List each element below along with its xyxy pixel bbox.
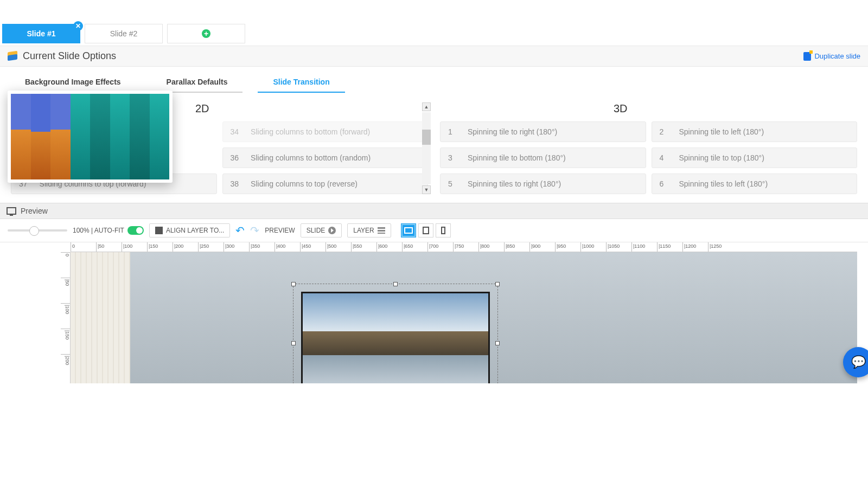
undo-icon[interactable]: ↶ [235, 224, 245, 237]
align-layer-button[interactable]: ALIGN LAYER TO... [149, 223, 230, 237]
tab-bg-effects[interactable]: Background Image Effects [10, 72, 136, 93]
editor-canvas[interactable]: 0|50|100|150|200|250|300|350|400|450|500… [0, 242, 868, 383]
transition-item[interactable]: 2 Spinning tile to left (180°) [652, 121, 858, 142]
transition-label: Sliding columns to top (reverse) [251, 179, 358, 188]
resize-handle-e[interactable] [495, 341, 500, 345]
transition-label: Spinning tile to left (180°) [679, 127, 764, 136]
scrollbar-vertical[interactable]: ▲ ▼ [422, 102, 431, 194]
scroll-thumb[interactable] [422, 130, 431, 145]
ruler-tick: 0 [71, 242, 96, 252]
zoom-label: 100% | AUTO-FIT [73, 226, 144, 235]
tab-parallax[interactable]: Parallax Defaults [151, 72, 243, 93]
chat-icon: 💬 [851, 355, 866, 369]
resize-handle-w[interactable] [291, 341, 296, 345]
transition-num: 1 [448, 127, 456, 136]
slide-tab-label: Slide #2 [110, 29, 138, 38]
resize-handle-nw[interactable] [291, 282, 296, 286]
ruler-tick: |200 [61, 354, 70, 380]
ruler-tick: 0 [61, 252, 70, 278]
transition-item[interactable]: 4 Spinning tile to top (180°) [652, 147, 858, 168]
preview-text: PREVIEW [265, 227, 295, 234]
close-icon[interactable]: ✕ [73, 21, 83, 31]
slide-label: SLIDE [307, 227, 326, 234]
scroll-up-icon[interactable]: ▲ [422, 102, 431, 111]
ruler-tick: |600 [376, 242, 402, 252]
resize-handle-ne[interactable] [495, 282, 500, 286]
ruler-tick: |650 [402, 242, 427, 252]
duplicate-slide-link[interactable]: Duplicate slide [803, 52, 860, 61]
tablet-icon [423, 227, 429, 234]
zoom-slider[interactable] [8, 229, 67, 232]
ruler-tick: |100 [122, 242, 147, 252]
transition-num: 5 [448, 179, 456, 188]
ruler-tick: |500 [326, 242, 351, 252]
autofit-toggle[interactable] [127, 226, 144, 235]
ruler-tick: |200 [173, 242, 198, 252]
transition-num: 6 [660, 179, 667, 188]
ruler-tick: |550 [351, 242, 376, 252]
play-icon [328, 227, 336, 234]
slide-tabs: Slide #1 ✕ Slide #2 + [0, 24, 868, 43]
options-sub-tabs: Background Image Effects Parallax Defaul… [0, 72, 868, 93]
view-phone-button[interactable] [436, 223, 451, 237]
options-bar: Current Slide Options Duplicate slide [0, 46, 868, 67]
ruler-tick: |950 [555, 242, 580, 252]
ruler-vertical: 0|50|100|150|200 [61, 252, 71, 383]
header-3d: 3D [440, 102, 857, 115]
transition-label: Sliding columns to bottom (forward) [251, 127, 370, 136]
transition-label: Spinning tiles to right (180°) [468, 179, 561, 188]
scroll-down-icon[interactable]: ▼ [422, 185, 431, 194]
zoom-text: 100% | AUTO-FIT [73, 227, 124, 234]
transition-num: 36 [231, 153, 239, 162]
ruler-tick: |50 [96, 242, 122, 252]
transition-item[interactable]: 5 Spinning tiles to right (180°) [440, 174, 646, 194]
preview-layer-button[interactable]: LAYER [347, 223, 391, 237]
ruler-tick: |50 [61, 278, 70, 303]
layer-label: LAYER [353, 227, 374, 234]
transition-panel: 2D 34 Sliding columns to bottom (forward… [0, 93, 868, 198]
ruler-tick: |700 [427, 242, 453, 252]
ruler-tick: |150 [147, 242, 173, 252]
resize-handle-n[interactable] [393, 282, 398, 286]
transition-label: Spinning tile to right (180°) [468, 127, 557, 136]
ruler-tick: |400 [275, 242, 300, 252]
view-tablet-button[interactable] [418, 223, 433, 237]
ruler-tick: |900 [529, 242, 555, 252]
transition-label: Spinning tile to top (180°) [679, 153, 764, 162]
stage-bg-left [71, 252, 130, 383]
ruler-tick: |350 [249, 242, 275, 252]
tab-transition[interactable]: Slide Transition [258, 72, 344, 93]
stack-icon [378, 227, 385, 234]
monitor-icon [7, 207, 16, 215]
ruler-tick: |1100 [631, 242, 657, 252]
editor-toolbar: 100% | AUTO-FIT ALIGN LAYER TO... ↶ ↷ PR… [0, 219, 868, 242]
slide-tab-2[interactable]: Slide #2 [85, 24, 163, 43]
transition-num: 4 [660, 153, 667, 162]
preview-slide-button[interactable]: SLIDE [301, 223, 342, 237]
phone-icon [441, 227, 445, 234]
align-icon [155, 227, 163, 234]
transition-item[interactable]: 36 Sliding columns to bottom (random) [222, 147, 429, 168]
transition-item[interactable]: 3 Spinning tile to bottom (180°) [440, 147, 646, 168]
ruler-tick: |150 [61, 329, 70, 354]
view-desktop-button[interactable] [401, 223, 416, 237]
transition-item[interactable]: 34 Sliding columns to bottom (forward) [222, 121, 429, 142]
scroll-track[interactable] [422, 112, 431, 184]
slide-tab-1[interactable]: Slide #1 ✕ [2, 24, 80, 43]
slide-tab-label: Slide #1 [27, 29, 56, 38]
add-slide-tab[interactable]: + [167, 24, 245, 43]
transition-item[interactable]: 6 Spinning tiles to left (180°) [652, 174, 858, 194]
ruler-tick: |850 [504, 242, 529, 252]
transition-num: 38 [231, 179, 239, 188]
preview-label: Preview [21, 207, 48, 215]
transition-item[interactable]: 1 Spinning tile to right (180°) [440, 121, 646, 142]
ruler-tick: |300 [224, 242, 249, 252]
ruler-tick: |1150 [657, 242, 682, 252]
ruler-tick: |1000 [580, 242, 606, 252]
selected-layer[interactable] [293, 284, 498, 383]
slide-stage[interactable] [71, 252, 857, 383]
ruler-tick: |250 [198, 242, 224, 252]
transition-item[interactable]: 38 Sliding columns to top (reverse) [222, 174, 429, 194]
redo-icon[interactable]: ↷ [250, 224, 259, 237]
desktop-icon [404, 227, 413, 234]
